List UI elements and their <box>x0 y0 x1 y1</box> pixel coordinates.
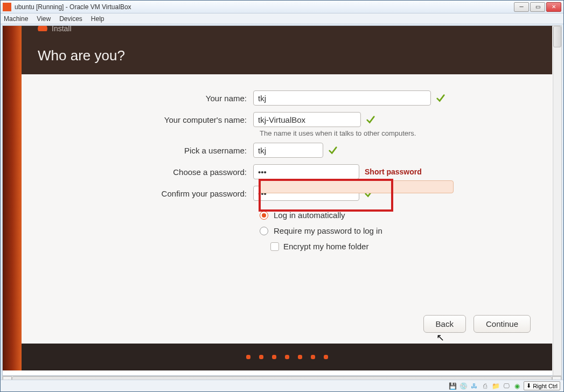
label-your-name: Your name: <box>43 94 253 103</box>
window-title: ubuntu [Running] - Oracle VM VirtualBox <box>15 3 514 11</box>
installer-body: Your name: Your computer's name: The nam… <box>22 74 552 344</box>
progress-dot <box>272 355 276 359</box>
password-input[interactable] <box>253 164 359 179</box>
radio-auto-label: Log in automatically <box>274 211 345 220</box>
vm-window: ubuntu [Running] - Oracle VM VirtualBox … <box>0 0 564 392</box>
radio-icon <box>260 211 268 220</box>
autologin-highlight <box>260 180 454 193</box>
encrypt-label: Encrypt my home folder <box>283 242 368 251</box>
page-title: Who are you? <box>38 47 552 64</box>
computer-name-input[interactable] <box>253 112 361 127</box>
progress-dot <box>298 355 302 359</box>
ubuntu-installer: Install Who are you? Your name: Your com… <box>3 26 552 370</box>
installer-footer <box>22 344 552 370</box>
menu-machine[interactable]: Machine <box>4 15 28 23</box>
radio-auto-login[interactable]: Log in automatically <box>260 207 531 223</box>
menu-help[interactable]: Help <box>91 15 105 23</box>
host-key-label: Right Ctrl <box>533 383 558 389</box>
your-name-input[interactable] <box>253 90 431 106</box>
network-icon[interactable]: 🖧 <box>470 382 478 390</box>
checkmark-icon <box>365 114 376 125</box>
vm-display[interactable]: Install Who are you? Your name: Your com… <box>2 25 562 376</box>
titlebar: ubuntu [Running] - Oracle VM VirtualBox … <box>1 1 563 13</box>
shared-folders-icon[interactable]: 📁 <box>491 382 500 390</box>
window-controls: ─ ▭ ✕ <box>514 2 561 12</box>
installer-tag: Install <box>52 26 72 31</box>
checkmark-icon <box>328 145 338 156</box>
back-button[interactable]: Back <box>423 315 466 333</box>
mouse-cursor-icon: ↖ <box>436 332 444 344</box>
statusbar: 💾 💿 🖧 ⎙ 📁 🖵 ◉ ⬇ Right Ctrl <box>1 380 563 391</box>
label-password: Choose a password: <box>43 167 253 177</box>
progress-dot <box>285 355 289 359</box>
installer-icon <box>38 26 47 31</box>
checkmark-icon <box>435 93 446 103</box>
usb-icon[interactable]: ⎙ <box>481 382 489 390</box>
checkbox-encrypt-home[interactable]: Encrypt my home folder <box>270 239 531 254</box>
menu-devices[interactable]: Devices <box>59 15 82 23</box>
vertical-scrollbar[interactable] <box>553 25 562 376</box>
scrollbar-thumb[interactable] <box>553 26 561 47</box>
progress-dot <box>311 355 315 359</box>
vrde-icon[interactable]: ◉ <box>513 382 521 390</box>
radio-icon <box>260 227 268 235</box>
app-icon <box>3 3 11 11</box>
menubar: Machine View Devices Help <box>1 13 563 24</box>
label-computer-name: Your computer's name: <box>43 115 253 124</box>
hdd-icon[interactable]: 💾 <box>448 382 457 390</box>
installer-header: Install Who are you? <box>22 26 552 74</box>
nav-buttons: Back Continue <box>423 315 531 333</box>
ubuntu-sidebar <box>3 26 22 370</box>
menu-view[interactable]: View <box>37 15 51 23</box>
maximize-button[interactable]: ▭ <box>530 2 545 12</box>
computer-name-help: The name it uses when it talks to other … <box>260 129 531 137</box>
progress-dot <box>259 355 263 359</box>
disc-icon[interactable]: 💿 <box>459 382 468 390</box>
progress-dot <box>324 355 328 359</box>
username-input[interactable] <box>253 143 323 158</box>
radio-require-label: Require my password to log in <box>274 226 382 235</box>
display-icon[interactable]: 🖵 <box>502 382 511 390</box>
minimize-button[interactable]: ─ <box>514 2 529 12</box>
radio-require-password[interactable]: Require my password to log in <box>260 223 531 239</box>
label-username: Pick a username: <box>43 146 253 155</box>
arrow-down-icon: ⬇ <box>526 382 531 389</box>
host-key-indicator[interactable]: ⬇ Right Ctrl <box>524 381 560 390</box>
continue-button[interactable]: Continue <box>474 315 531 333</box>
checkbox-icon <box>270 242 279 251</box>
progress-dot <box>246 355 250 359</box>
label-confirm: Confirm your password: <box>43 189 253 198</box>
close-button[interactable]: ✕ <box>546 2 561 12</box>
password-warning: Short password <box>365 167 422 176</box>
